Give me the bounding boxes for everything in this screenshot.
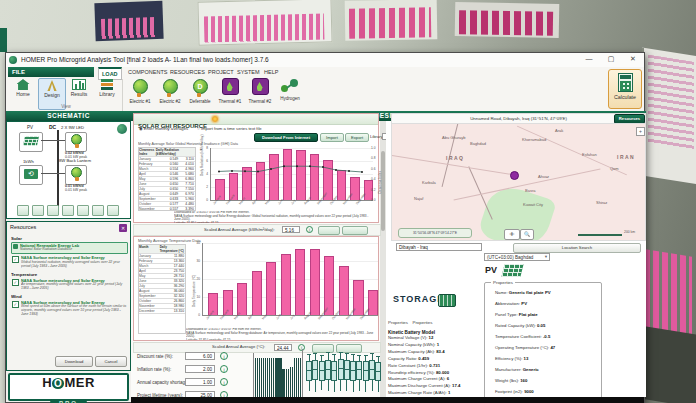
boxplot-box: [350, 361, 356, 381]
inflation-rate-input[interactable]: 2.00: [185, 365, 215, 373]
export-button[interactable]: Export: [345, 133, 369, 142]
temp-bar: [368, 290, 378, 315]
homer-pro-logo: HOMER PRO: [8, 373, 129, 401]
storage-property-row: Maximum Discharge Current (A): 17.4: [388, 383, 482, 390]
storage-battery-icon: [438, 294, 456, 307]
economics-form: Discount rate (%): 6.00 i Inflation rate…: [133, 351, 253, 401]
map-label: Ahvaz: [538, 174, 549, 179]
resource-item[interactable]: National Renewable Energy LabNational So…: [11, 242, 128, 254]
boxplot-box: [306, 361, 312, 381]
schematic-pv-label: PV: [27, 125, 33, 130]
tab-components[interactable]: COMPONENTS: [125, 67, 170, 77]
schematic-battery-component[interactable]: ⟲: [19, 165, 43, 185]
capacity-info-icon[interactable]: i: [220, 378, 228, 386]
month-tick: May: [261, 314, 268, 321]
schematic-options-button[interactable]: [117, 124, 127, 134]
undo-icon[interactable]: [17, 205, 29, 216]
inflation-info-icon[interactable]: i: [220, 365, 228, 373]
export-image-icon[interactable]: [92, 205, 104, 216]
discount-info-icon[interactable]: i: [220, 352, 228, 360]
radio-timeseries[interactable]: ○ Import from a time series text file: [197, 126, 261, 131]
dialog-close-button[interactable]: ✕: [119, 224, 127, 232]
resource-checkbox[interactable]: ✓: [12, 279, 19, 286]
boxplot-cap: [313, 353, 317, 354]
location-marker[interactable]: [510, 171, 519, 180]
boxplot-cap: [332, 354, 336, 355]
storage-property-row: Rate Constant (1/hr): 0.731: [388, 363, 482, 370]
close-button[interactable]: ✕: [626, 55, 640, 63]
tab-system[interactable]: SYSTEM: [234, 67, 263, 77]
tab-resources[interactable]: RESOURCES: [167, 67, 208, 77]
ghi-info-icon[interactable]: i: [306, 226, 313, 233]
pv-properties-box: Properties Name: Generic flat plate PVAb…: [484, 282, 602, 402]
schematic-load1-component[interactable]: [65, 132, 87, 152]
map-canvas[interactable]: Abu GhuraybBaghdadKhorramabadArakEsfahan…: [391, 123, 646, 241]
street-view-button[interactable]: 👁: [504, 229, 520, 240]
location-search-button[interactable]: Location Search: [513, 243, 641, 253]
load2-bus-connector: [57, 173, 65, 174]
home-button[interactable]: Home: [10, 78, 36, 108]
resource-checkbox[interactable]: ✓: [12, 256, 19, 263]
capacity-shortage-input[interactable]: 1.00: [185, 378, 215, 386]
inflation-rate-label: Inflation rate (%):: [137, 367, 171, 372]
temp-scaled-input[interactable]: 24.44: [274, 344, 292, 351]
zoom-out-icon[interactable]: [77, 205, 89, 216]
resource-checkbox[interactable]: ✓: [12, 301, 19, 308]
electric2-label: Electric #2: [156, 99, 184, 104]
design-icon: [47, 80, 58, 91]
resource-section-label: Temperature: [11, 272, 128, 277]
ghi-scaled-button2[interactable]: [342, 226, 368, 235]
map-zoom-plus-button[interactable]: +: [636, 127, 645, 136]
redo-icon[interactable]: [32, 205, 44, 216]
ribbon-separator: [122, 79, 123, 111]
thermal1-button[interactable]: Thermal #1: [216, 78, 244, 110]
deferrable-bulb-icon: D: [193, 79, 208, 94]
battery-label: 1kWh: [23, 159, 34, 164]
timezone-dropdown[interactable]: (UTC+03:00) Baghdad ▼: [484, 253, 550, 261]
resource-item[interactable]: ✓NASA Surface meteorology and Solar Ener…: [11, 300, 128, 318]
cancel-button[interactable]: Cancel: [95, 356, 127, 367]
import-button[interactable]: Import: [320, 133, 344, 142]
thermal2-flame-icon: [252, 78, 269, 95]
deferrable-button[interactable]: D Deferrable: [186, 78, 214, 110]
boxplot-cap: [370, 353, 374, 354]
boxplot-box: [363, 361, 369, 380]
ghi-scaled-button1[interactable]: [318, 226, 340, 235]
boxplot-median: [376, 371, 380, 372]
calculate-button[interactable]: Calculate: [608, 69, 642, 109]
resource-item[interactable]: ✓NASA Surface meteorology and Solar Ener…: [11, 255, 128, 269]
location-input[interactable]: Dibayah - Iraq: [396, 243, 482, 251]
file-tab[interactable]: FILE: [8, 67, 94, 77]
copy-icon[interactable]: [47, 205, 59, 216]
ghi-scaled-input[interactable]: 5.16: [282, 226, 300, 233]
month-tick: July: [289, 314, 295, 321]
discount-rate-input[interactable]: 6.00: [185, 352, 215, 360]
boxplot-box: [375, 362, 381, 381]
schematic-load2-component[interactable]: [65, 165, 87, 185]
zoom-in-icon[interactable]: [62, 205, 74, 216]
radio-monthly[interactable]: ◉ Enter monthly averages: [139, 126, 188, 131]
download-from-internet-button[interactable]: Download From Internet: [254, 133, 318, 142]
electric2-button[interactable]: Electric #2: [156, 78, 184, 110]
schematic-pv-component[interactable]: [19, 132, 43, 152]
maximize-button[interactable]: ▢: [604, 55, 618, 63]
download-button[interactable]: Download: [55, 356, 93, 367]
resource-item[interactable]: ✓NASA Surface meteorology and Solar Ener…: [11, 278, 128, 292]
tab-help[interactable]: HELP: [261, 67, 281, 77]
electric1-button[interactable]: Electric #1: [126, 78, 154, 110]
load2-bulb-icon: [71, 167, 82, 178]
hydrogen-button[interactable]: Hydrogen: [276, 78, 304, 110]
schematic-header: SCHEMATIC: [6, 111, 131, 121]
print-icon[interactable]: [107, 205, 119, 216]
hydrogen-label: Hydrogen: [276, 96, 304, 101]
temp-bar: [310, 249, 320, 315]
library-button[interactable]: Library: [94, 78, 120, 108]
poster-chart-white: [197, 0, 332, 46]
poster-dark-corner: [640, 326, 696, 403]
map-label: Shiraz: [596, 200, 607, 205]
tab-project[interactable]: PROJECT: [205, 67, 237, 77]
thermal2-button[interactable]: Thermal #2: [246, 78, 274, 110]
minimize-button[interactable]: —: [582, 55, 596, 62]
storage-property-row: Maximum Capacity (Ah): 83.4: [388, 349, 482, 356]
zoom-search-button[interactable]: 🔍: [520, 229, 534, 240]
